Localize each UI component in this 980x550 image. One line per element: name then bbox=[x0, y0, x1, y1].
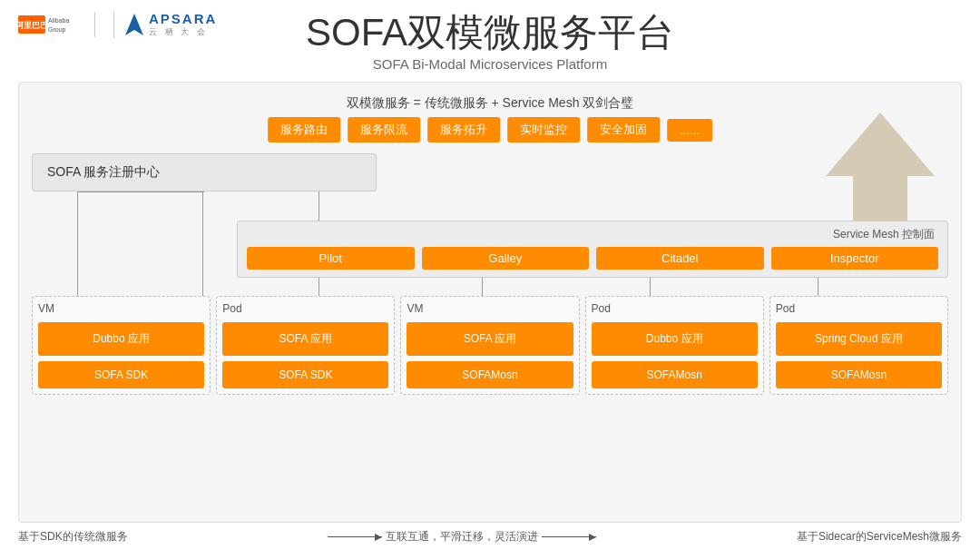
cap-btn-monitor: 实时监控 bbox=[507, 117, 580, 142]
containers-row: VM Dubbo 应用 SOFA SDK Pod SOFA 应用 SOFA SD… bbox=[32, 296, 948, 395]
capability-row: 服务路由 服务限流 服务拓升 实时监控 安全加固 ...... bbox=[268, 117, 712, 142]
cap-btn-security: 安全加固 bbox=[587, 117, 660, 142]
header-logos: 阿里巴巴 Alibaba Group APSARA 云 栖 大 会 bbox=[18, 11, 217, 38]
sdk-block-2: SOFAMosn bbox=[407, 361, 573, 388]
hline-top bbox=[77, 192, 204, 192]
mesh-panel-title: Service Mesh 控制面 bbox=[247, 227, 938, 242]
bottom-right: 基于Sidecar的ServiceMesh微服务 bbox=[797, 529, 962, 545]
mesh-btn-inspector: Inspector bbox=[771, 247, 939, 270]
app-block-1: SOFA 应用 bbox=[222, 322, 388, 356]
mesh-btn-pilot: Pilot bbox=[247, 247, 415, 270]
sdk-block-1: SOFA SDK bbox=[222, 361, 388, 388]
sdk-block-0: SOFA SDK bbox=[38, 361, 204, 388]
container-label-4: Pod bbox=[776, 302, 942, 315]
container-pod-spring-cloud: Pod Spring Cloud 应用 SOFAMosn bbox=[769, 296, 948, 395]
svg-marker-4 bbox=[125, 14, 143, 35]
apsara-sub-text: 云 栖 大 会 bbox=[149, 26, 217, 38]
app-block-4: Spring Cloud 应用 bbox=[776, 322, 942, 356]
container-pod-sofa: Pod SOFA 应用 SOFA SDK bbox=[216, 296, 395, 395]
alibaba-group-logo: 阿里巴巴 Alibaba Group bbox=[18, 12, 80, 37]
apsara-icon bbox=[123, 12, 145, 37]
container-label-2: VM bbox=[407, 302, 573, 315]
container-label-1: Pod bbox=[222, 302, 388, 315]
sub-title: SOFA Bi-Modal Microservices Platform bbox=[373, 56, 607, 72]
vline-2 bbox=[202, 192, 203, 300]
svg-text:阿里巴巴: 阿里巴巴 bbox=[18, 21, 48, 30]
mesh-btn-galley: Galley bbox=[422, 247, 590, 270]
diagram-container: 双模微服务 = 传统微服务 + Service Mesh 双剑合璧 服务路由 服… bbox=[18, 82, 962, 523]
container-vm-dubbo: VM Dubbo 应用 SOFA SDK bbox=[32, 296, 211, 395]
sofa-reg-center: SOFA 服务注册中心 bbox=[32, 153, 377, 192]
app-block-3: Dubbo 应用 bbox=[592, 322, 758, 356]
svg-text:Alibaba: Alibaba bbox=[48, 17, 69, 24]
left-arrow-line bbox=[328, 536, 382, 537]
dual-mode-label: 双模微服务 = 传统微服务 + Service Mesh 双剑合璧 bbox=[347, 95, 634, 112]
mesh-btn-citadel: Citadel bbox=[596, 247, 764, 270]
container-label-3: Pod bbox=[592, 302, 758, 315]
container-label-0: VM bbox=[38, 302, 204, 315]
svg-marker-5 bbox=[826, 113, 935, 231]
bottom-center-arrow: 互联互通，平滑迁移，灵活演进 bbox=[324, 529, 600, 545]
bottom-center-text: 互联互通，平滑迁移，灵活演进 bbox=[386, 529, 538, 545]
apsara-title-text: APSARA bbox=[149, 11, 217, 26]
cap-btn-topology: 服务拓升 bbox=[427, 117, 500, 142]
arrow-svg bbox=[821, 108, 939, 235]
mesh-panel: Service Mesh 控制面 Pilot Galley Citadel In… bbox=[237, 221, 948, 278]
bottom-left-text: 基于SDK的传统微服务 bbox=[18, 529, 128, 545]
vline-1 bbox=[77, 192, 78, 300]
app-block-2: SOFA 应用 bbox=[407, 322, 573, 356]
big-arrow-shape bbox=[821, 108, 939, 235]
svg-text:Group: Group bbox=[48, 26, 66, 34]
alibaba-logo: 阿里巴巴 Alibaba Group bbox=[18, 12, 80, 37]
cap-btn-ratelimit: 服务限流 bbox=[348, 117, 420, 142]
bottom-right-text: 基于Sidecar的ServiceMesh微服务 bbox=[797, 529, 962, 545]
right-arrow-line bbox=[542, 536, 596, 537]
mesh-buttons-row: Pilot Galley Citadel Inspector bbox=[247, 247, 938, 270]
bottom-left: 基于SDK的传统微服务 bbox=[18, 529, 128, 545]
app-block-0: Dubbo 应用 bbox=[38, 322, 204, 356]
bottom-annotations: 基于SDK的传统微服务 互联互通，平滑迁移，灵活演进 基于Sidecar的Ser… bbox=[18, 529, 962, 545]
container-vm-sofa-mosn: VM SOFA 应用 SOFAMosn bbox=[400, 296, 579, 395]
main-title: SOFA双模微服务平台 bbox=[306, 7, 674, 58]
cap-btn-more: ...... bbox=[667, 119, 712, 142]
container-pod-dubbo-mosn: Pod Dubbo 应用 SOFAMosn bbox=[585, 296, 764, 395]
cap-btn-routing: 服务路由 bbox=[268, 117, 340, 142]
apsara-logo: APSARA 云 栖 大 会 bbox=[113, 11, 217, 38]
sdk-block-4: SOFAMosn bbox=[776, 361, 942, 388]
sdk-block-3: SOFAMosn bbox=[592, 361, 758, 388]
